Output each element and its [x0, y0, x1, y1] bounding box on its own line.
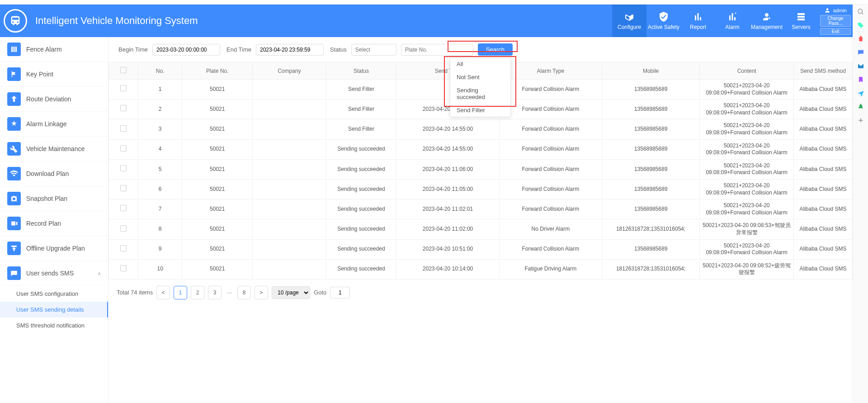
wrench-icon — [7, 142, 21, 156]
bookmark-icon[interactable] — [857, 76, 864, 83]
sidebar-item-key-point[interactable]: Key Point — [0, 62, 108, 87]
table-row[interactable]: 10 50021 Sending succeeded 2023-04-20 10… — [109, 259, 853, 279]
cell-company — [253, 159, 326, 179]
sidebar-sub-sms-config[interactable]: User SMS configuration — [0, 286, 108, 302]
row-checkbox[interactable] — [120, 185, 127, 191]
row-checkbox[interactable] — [120, 125, 127, 132]
header-status: Status — [326, 62, 396, 80]
cell-plate: 50021 — [182, 80, 253, 100]
dropdown-option-all[interactable]: All — [450, 57, 510, 71]
cell-status: Sending succeeded — [326, 199, 396, 219]
page-next[interactable]: > — [255, 286, 268, 299]
sidebar-item-user-sends-sms[interactable]: User sends SMS ∧ — [0, 261, 108, 286]
page-2[interactable]: 2 — [191, 286, 204, 299]
chevron-up-icon: ∧ — [98, 271, 101, 276]
total-items: Total 74 items — [117, 289, 153, 296]
begin-time-input[interactable] — [152, 44, 220, 56]
dropdown-option-sending-succeeded[interactable]: Sending succeeded — [450, 84, 510, 104]
page-prev[interactable]: < — [156, 286, 170, 299]
user-icon — [824, 7, 830, 14]
cell-company — [253, 139, 326, 159]
goto-label: Goto — [314, 289, 326, 296]
page-3[interactable]: 3 — [208, 286, 222, 299]
cell-status: Sending succeeded — [326, 259, 396, 279]
table-row[interactable]: 9 50021 Sending succeeded 2023-04-20 10:… — [109, 239, 853, 259]
end-time-input[interactable] — [256, 44, 324, 56]
cell-no: 7 — [138, 199, 182, 219]
nav-servers[interactable]: Servers — [784, 5, 818, 37]
row-checkbox[interactable] — [120, 145, 127, 152]
goto-input[interactable] — [330, 287, 350, 299]
cell-method: Alibaba Cloud SMS — [794, 239, 853, 259]
sidebar-item-offline-upgrade[interactable]: Offline Upgrade Plan — [0, 236, 108, 261]
plus-icon[interactable] — [857, 117, 864, 124]
cell-alarm: No Driver Alarm — [499, 219, 602, 239]
row-checkbox[interactable] — [120, 245, 127, 251]
sidebar-sub-sms-details[interactable]: User SMS sending details — [0, 302, 108, 318]
sidebar-item-alarm-linkage[interactable]: Alarm Linkage — [0, 112, 108, 137]
tag-icon[interactable] — [857, 22, 864, 29]
cell-plate: 50021 — [182, 259, 253, 279]
dropdown-option-not-sent[interactable]: Not Sent — [450, 71, 510, 84]
row-checkbox[interactable] — [120, 205, 127, 211]
nav-alarm[interactable]: Alarm — [715, 5, 750, 37]
nav-report[interactable]: Report — [681, 5, 715, 37]
table-row[interactable]: 8 50021 Sending succeeded 2023-04-20 11:… — [109, 219, 853, 239]
nav-configure[interactable]: Configure — [612, 5, 646, 37]
page-1[interactable]: 1 — [174, 286, 187, 299]
cell-company — [253, 179, 326, 199]
sidebar-item-route-deviation[interactable]: Route Deviation — [0, 87, 108, 112]
exit-button[interactable]: Exit — [820, 28, 851, 35]
cell-alarm: Forward Collision Alarm — [499, 80, 602, 100]
table-row[interactable]: 6 50021 Sending succeeded 2023-04-20 11:… — [109, 179, 853, 199]
table-row[interactable]: 7 50021 Sending succeeded 2023-04-20 11:… — [109, 199, 853, 219]
user-panel: admin Change Pass... Exit — [818, 5, 853, 38]
sidebar-item-vehicle-maintenance[interactable]: Vehicle Maintenance — [0, 137, 108, 161]
dropdown-option-send-filter[interactable]: Send Filter — [450, 104, 510, 117]
mail-icon[interactable] — [857, 62, 864, 70]
status-select[interactable] — [351, 44, 396, 56]
search-icon[interactable] — [857, 8, 864, 15]
table-row[interactable]: 3 50021 Send Filter 2023-04-20 14:55:00 … — [109, 119, 853, 139]
row-checkbox[interactable] — [120, 225, 127, 232]
cell-method: Alibaba Cloud SMS — [794, 159, 853, 179]
page-last[interactable]: 8 — [237, 286, 251, 299]
chat-icon[interactable] — [857, 49, 864, 56]
cell-no: 6 — [138, 179, 182, 199]
table-row[interactable]: 4 50021 Sending succeeded 2023-04-20 14:… — [109, 139, 853, 159]
plate-input[interactable] — [401, 44, 473, 56]
sidebar-item-snapshot-plan[interactable]: Snapshot Plan — [0, 186, 108, 211]
send-icon[interactable] — [857, 90, 864, 97]
header-checkbox[interactable] — [109, 62, 138, 80]
tree-icon[interactable] — [857, 103, 864, 110]
cell-status: Sending succeeded — [326, 139, 396, 159]
per-page-select[interactable]: 10 /page — [272, 286, 310, 299]
row-checkbox[interactable] — [120, 85, 127, 91]
sidebar-item-download-plan[interactable]: Download Plan — [0, 161, 108, 186]
nav-active-safety[interactable]: Active Safety — [646, 5, 681, 37]
cell-method: Alibaba Cloud SMS — [794, 100, 853, 119]
cell-content: 50021+2023-04-20 09:08:09+Forward Collis… — [700, 179, 794, 199]
flag-icon — [7, 67, 21, 81]
bag-icon[interactable] — [857, 35, 864, 43]
sidebar-sub-sms-threshold[interactable]: SMS threshold notification — [0, 318, 108, 333]
cell-plate: 50021 — [182, 139, 253, 159]
sidebar-item-record-plan[interactable]: Record Plan — [0, 211, 108, 236]
cell-time: 2023-04-20 10:14:00 — [396, 259, 499, 279]
table-row[interactable]: 5 50021 Sending succeeded 2023-04-20 11:… — [109, 159, 853, 179]
header: Intelligent Vehicle Monitoring System Co… — [0, 5, 853, 37]
change-password-button[interactable]: Change Pass... — [820, 15, 851, 27]
search-button[interactable]: Search — [478, 43, 513, 56]
right-rail — [853, 5, 868, 403]
row-checkbox[interactable] — [120, 165, 127, 171]
row-checkbox[interactable] — [120, 105, 127, 111]
cell-plate: 50021 — [182, 239, 253, 259]
wifi-icon — [7, 167, 21, 180]
cell-content: 50021+2023-04-20 09:08:09+Forward Collis… — [700, 239, 794, 259]
row-checkbox[interactable] — [120, 265, 127, 271]
status-label: Status — [330, 46, 347, 53]
begin-time-label: Begin Time — [118, 46, 148, 53]
nav-management[interactable]: Management — [750, 5, 784, 37]
cell-content: 50021+2023-04-20 09:08:53+驾驶员异常报警 — [700, 219, 794, 239]
sidebar-item-fence-alarm[interactable]: Fence Alarm — [0, 37, 108, 62]
